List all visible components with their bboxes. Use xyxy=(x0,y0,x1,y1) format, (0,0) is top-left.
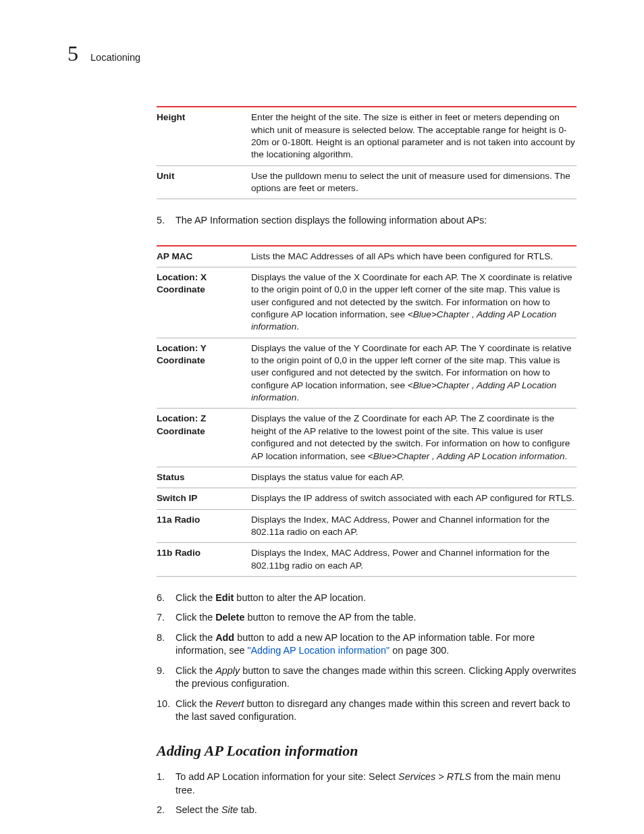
cell-value: Displays the Index, MAC Address, Power a… xyxy=(251,509,576,543)
step-text: The AP Information section displays the … xyxy=(176,214,576,227)
cell-value: Use the pulldown menu to select the unit… xyxy=(251,165,576,199)
cell-label: 11b Radio xyxy=(157,543,251,577)
text-span: Click the xyxy=(176,665,215,676)
cell-label: Location: X Coordinate xyxy=(157,267,251,338)
tab-name: Site xyxy=(221,804,238,815)
table-row: Switch IP Displays the IP address of swi… xyxy=(157,488,576,509)
cell-label: Unit xyxy=(157,165,251,199)
cell-label: AP MAC xyxy=(157,246,251,267)
step-item: 10. Click the Revert button to disregard… xyxy=(157,698,576,724)
step-text: Select the Site tab. xyxy=(176,804,576,816)
table-row: Location: X Coordinate Displays the valu… xyxy=(157,267,576,338)
table-row: AP MAC Lists the MAC Addresses of all AP… xyxy=(157,246,576,267)
button-name: Revert xyxy=(215,698,244,709)
step-text: Click the Add button to add a new AP loc… xyxy=(176,631,576,658)
page-header: 5 Locationing xyxy=(68,39,576,68)
cell-label: Location: Y Coordinate xyxy=(157,338,251,409)
cell-value: Enter the height of the site. The size i… xyxy=(251,107,576,165)
step-number: 7. xyxy=(157,611,176,624)
chapter-number: 5 xyxy=(68,39,78,68)
step-item: 9. Click the Apply button to save the ch… xyxy=(157,664,576,691)
table-row: 11b Radio Displays the Index, MAC Addres… xyxy=(157,543,576,577)
step-text: Click the Apply button to save the chang… xyxy=(176,664,576,691)
text-span: Click the xyxy=(176,612,215,623)
cell-label: Status xyxy=(157,467,251,488)
table-row: 11a Radio Displays the Index, MAC Addres… xyxy=(157,509,576,543)
button-name: Edit xyxy=(215,592,234,603)
cell-text-after: . xyxy=(565,451,568,461)
cell-value: Displays the Index, MAC Address, Power a… xyxy=(251,543,576,577)
table-row: Location: Y Coordinate Displays the valu… xyxy=(157,338,576,409)
step-item: 7. Click the Delete button to remove the… xyxy=(157,611,576,624)
cell-value: Displays the IP address of switch associ… xyxy=(251,488,576,509)
step-item: 5. The AP Information section displays t… xyxy=(157,214,576,227)
cell-value: Displays the value of the Z Coordinate f… xyxy=(251,409,576,467)
content-body: Height Enter the height of the site. The… xyxy=(157,106,576,816)
step-item: 1. To add AP Location information for yo… xyxy=(157,771,576,797)
site-params-table: Height Enter the height of the site. The… xyxy=(157,106,576,199)
step-text: Click the Delete button to remove the AP… xyxy=(176,611,576,624)
cell-value: Displays the value of the Y Coordinate f… xyxy=(251,338,576,409)
step-number: 1. xyxy=(157,771,176,797)
step-text: Click the Edit button to alter the AP lo… xyxy=(176,592,576,604)
step-list: 1. To add AP Location information for yo… xyxy=(157,771,576,816)
step-item: 6. Click the Edit button to alter the AP… xyxy=(157,592,576,604)
text-span: To add AP Location information for your … xyxy=(176,771,398,782)
button-name: Add xyxy=(215,632,234,643)
menu-path: Services > RTLS xyxy=(398,771,471,782)
chapter-title: Locationing xyxy=(90,51,140,65)
step-list: 6. Click the Edit button to alter the AP… xyxy=(157,592,576,724)
cell-value: Displays the value of the X Coordinate f… xyxy=(251,267,576,338)
step-number: 10. xyxy=(157,698,176,724)
table-row: Unit Use the pulldown menu to select the… xyxy=(157,165,576,199)
text-span: button to alter the AP location. xyxy=(234,592,366,603)
step-number: 8. xyxy=(157,631,176,658)
cell-label: Switch IP xyxy=(157,488,251,509)
table-row: Height Enter the height of the site. The… xyxy=(157,107,576,165)
cell-label: Height xyxy=(157,107,251,165)
cell-text-after: . xyxy=(296,321,299,332)
text-span: tab. xyxy=(238,804,257,815)
cell-value: Displays the status value for each AP. xyxy=(251,467,576,488)
ap-info-table: AP MAC Lists the MAC Addresses of all AP… xyxy=(157,245,576,577)
text-span: Click the xyxy=(176,698,215,709)
table-row: Status Displays the status value for eac… xyxy=(157,467,576,488)
step-list: 5. The AP Information section displays t… xyxy=(157,214,576,227)
button-name: Apply xyxy=(215,665,240,676)
step-number: 5. xyxy=(157,214,176,227)
cross-reference-link[interactable]: "Adding AP Location information" xyxy=(247,645,390,656)
text-span: button to remove the AP from the table. xyxy=(244,612,416,623)
cell-label: Location: Z Coordinate xyxy=(157,409,251,467)
step-item: 2. Select the Site tab. xyxy=(157,804,576,816)
step-number: 2. xyxy=(157,804,176,816)
cross-reference: <Blue>Chapter , Adding AP Location infor… xyxy=(368,451,565,461)
text-span: on page 300. xyxy=(390,645,449,656)
text-span: Select the xyxy=(176,804,221,815)
page: 5 Locationing Height Enter the height of… xyxy=(0,0,644,834)
step-text: Click the Revert button to disregard any… xyxy=(176,698,576,724)
cell-value: Lists the MAC Addresses of all APs which… xyxy=(251,246,576,267)
cell-text-after: . xyxy=(296,392,299,402)
step-text: To add AP Location information for your … xyxy=(176,771,576,797)
step-item: 8. Click the Add button to add a new AP … xyxy=(157,631,576,658)
text-span: Click the xyxy=(176,632,215,643)
section-heading: Adding AP Location information xyxy=(157,741,576,761)
table-row: Location: Z Coordinate Displays the valu… xyxy=(157,409,576,467)
step-number: 9. xyxy=(157,664,176,691)
cell-label: 11a Radio xyxy=(157,509,251,543)
button-name: Delete xyxy=(215,612,244,623)
step-number: 6. xyxy=(157,592,176,604)
text-span: Click the xyxy=(176,592,215,603)
